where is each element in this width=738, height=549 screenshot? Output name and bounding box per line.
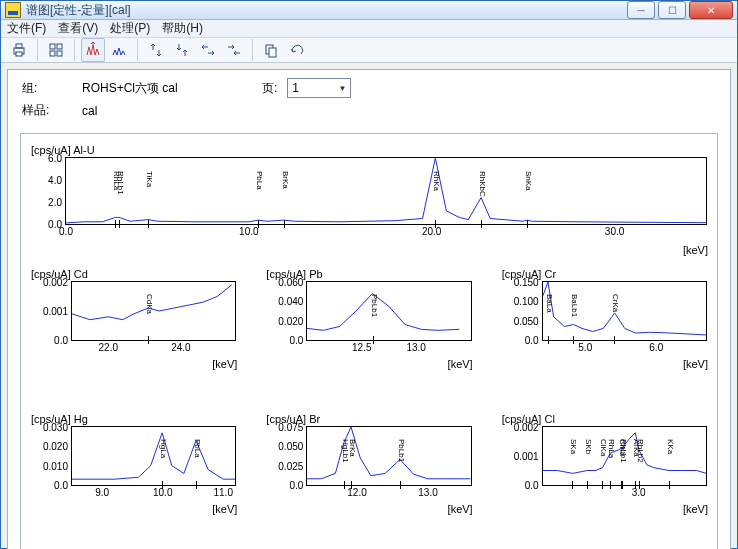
sample-value: cal bbox=[82, 104, 262, 118]
svg-rect-5 bbox=[50, 51, 55, 56]
main-panel: 组: ROHS+Cl六项 cal 页: 1 ▼ 样品: cal [cps/uA]… bbox=[7, 69, 731, 549]
chart-cr: [cps/uA] Cr0.00.0500.1000.1505.06.0[keV]… bbox=[502, 268, 707, 403]
zoom-x-in-icon[interactable] bbox=[222, 38, 246, 62]
menubar: 文件(F) 查看(V) 处理(P) 帮助(H) bbox=[1, 20, 737, 38]
menu-help[interactable]: 帮助(H) bbox=[162, 20, 203, 37]
grid-view-icon[interactable] bbox=[44, 38, 68, 62]
x-unit: [keV] bbox=[683, 503, 708, 515]
plot-area[interactable]: 0.00.0250.0500.07512.013.0[keV]BrKaHgLb1… bbox=[306, 426, 471, 486]
titlebar: 谱图[定性-定量][cal] ─ ☐ ✕ bbox=[1, 1, 737, 20]
x-unit: [keV] bbox=[212, 503, 237, 515]
close-button[interactable]: ✕ bbox=[689, 1, 733, 19]
page-select[interactable]: 1 ▼ bbox=[287, 78, 351, 98]
plot-area[interactable]: 0.00.0100.0200.0309.010.011.0[keV]HgLaPb… bbox=[71, 426, 236, 486]
plot-area[interactable]: 0.00.0010.00222.024.0[keV]CdKa bbox=[71, 281, 236, 341]
group-label: 组: bbox=[22, 80, 82, 97]
chart-br: [cps/uA] Br0.00.0250.0500.07512.013.0[ke… bbox=[266, 413, 471, 548]
app-window: 谱图[定性-定量][cal] ─ ☐ ✕ 文件(F) 查看(V) 处理(P) 帮… bbox=[0, 0, 738, 549]
toolbar bbox=[1, 38, 737, 63]
chart-pb: [cps/uA] Pb0.00.0200.0400.06012.513.0[ke… bbox=[266, 268, 471, 403]
info-header: 组: ROHS+Cl六项 cal 页: 1 ▼ 样品: cal bbox=[8, 70, 730, 127]
undo-icon[interactable] bbox=[285, 38, 309, 62]
chart-cl: [cps/uA] Cl0.00.0010.0023.0[keV] SKa SKb… bbox=[502, 413, 707, 548]
plot-area[interactable]: 0.00.0010.0023.0[keV] SKa SKbClKaRhLaClK… bbox=[542, 426, 707, 486]
sample-label: 样品: bbox=[22, 102, 82, 119]
x-unit: [keV] bbox=[683, 244, 708, 256]
app-icon bbox=[5, 2, 21, 18]
window-title: 谱图[定性-定量][cal] bbox=[26, 2, 627, 19]
page-value: 1 bbox=[292, 81, 299, 95]
minimize-button[interactable]: ─ bbox=[627, 1, 655, 19]
small-charts-grid: [cps/uA] Cd0.00.0010.00222.024.0[keV]CdK… bbox=[31, 268, 707, 548]
x-unit: [keV] bbox=[448, 503, 473, 515]
menu-process[interactable]: 处理(P) bbox=[110, 20, 150, 37]
charts-area: [cps/uA] Al-U0.02.04.06.00.010.020.030.0… bbox=[20, 133, 718, 549]
chevron-down-icon: ▼ bbox=[338, 84, 346, 93]
chart-hg: [cps/uA] Hg0.00.0100.0200.0309.010.011.0… bbox=[31, 413, 236, 548]
menu-file[interactable]: 文件(F) bbox=[7, 20, 46, 37]
svg-rect-1 bbox=[16, 44, 22, 48]
spectrum-up-icon[interactable] bbox=[81, 38, 105, 62]
plot-area[interactable]: 0.02.04.06.00.010.020.030.0[keV]RhLaRhLb… bbox=[65, 157, 707, 225]
svg-rect-8 bbox=[269, 48, 276, 57]
spectrum-down-icon[interactable] bbox=[107, 38, 131, 62]
svg-rect-3 bbox=[50, 44, 55, 49]
chart-title: [cps/uA] Al-U bbox=[31, 144, 707, 156]
svg-rect-2 bbox=[16, 52, 22, 56]
chart-al-u: [cps/uA] Al-U0.02.04.06.00.010.020.030.0… bbox=[31, 144, 707, 262]
x-unit: [keV] bbox=[212, 358, 237, 370]
svg-rect-6 bbox=[57, 51, 62, 56]
menu-view[interactable]: 查看(V) bbox=[58, 20, 98, 37]
zoom-y-in-icon[interactable] bbox=[170, 38, 194, 62]
chart-cd: [cps/uA] Cd0.00.0010.00222.024.0[keV]CdK… bbox=[31, 268, 236, 403]
window-buttons: ─ ☐ ✕ bbox=[627, 1, 733, 19]
x-unit: [keV] bbox=[683, 358, 708, 370]
x-unit: [keV] bbox=[448, 358, 473, 370]
page-label: 页: bbox=[262, 80, 277, 97]
plot-area[interactable]: 0.00.0200.0400.06012.513.0[keV]PbLb1 bbox=[306, 281, 471, 341]
print-icon[interactable] bbox=[7, 38, 31, 62]
maximize-button[interactable]: ☐ bbox=[658, 1, 686, 19]
zoom-y-out-icon[interactable] bbox=[144, 38, 168, 62]
svg-rect-4 bbox=[57, 44, 62, 49]
zoom-x-out-icon[interactable] bbox=[196, 38, 220, 62]
copy-icon[interactable] bbox=[259, 38, 283, 62]
plot-area[interactable]: 0.00.0500.1000.1505.06.0[keV]BaLaBaLb1Cr… bbox=[542, 281, 707, 341]
group-value: ROHS+Cl六项 cal bbox=[82, 80, 262, 97]
